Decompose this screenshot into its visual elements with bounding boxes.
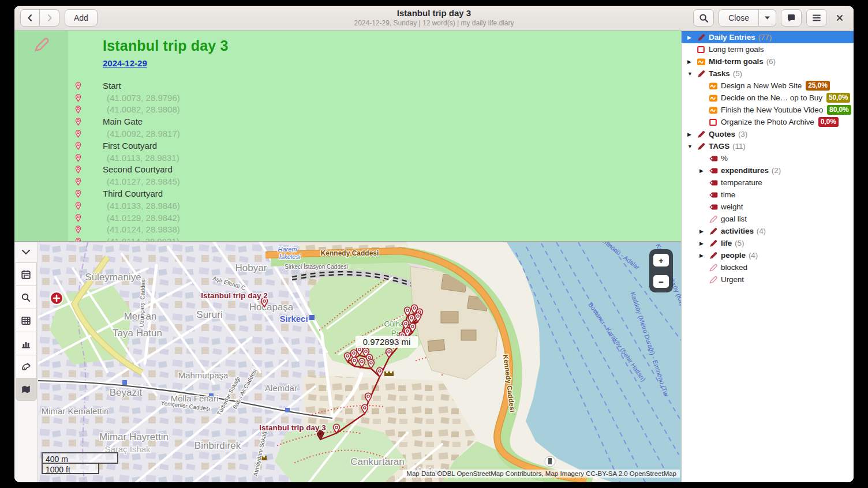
tree-item-label: activities [721, 227, 754, 235]
place-label-sirkeci: Sirkeci [279, 314, 308, 324]
wave-icon [709, 106, 718, 115]
hamburger-icon [812, 14, 821, 22]
expander-icon[interactable]: ▼ [687, 71, 697, 77]
map-pin-icon [74, 165, 83, 174]
tree-item-percent-tag[interactable]: % [682, 152, 854, 164]
tree-item-blocked[interactable]: blocked [682, 261, 854, 273]
forward-button[interactable] [40, 9, 59, 27]
street-label: Sirkeci İstasyon Caddesi [285, 263, 348, 270]
chart-view-button[interactable] [16, 332, 37, 355]
entry-location-row: (41.0113, 28.9831) [74, 152, 681, 164]
tree-item-label: time [721, 190, 735, 199]
entry-editor[interactable]: Istanbul trip day 3 2024-12-29 Start (41… [14, 31, 681, 241]
progress-badge: 50,0% [826, 93, 851, 103]
zoom-in-button[interactable]: + [653, 254, 669, 266]
map-scale: 400 m 1000 ft [42, 452, 118, 474]
tree-item-weight[interactable]: weight [682, 201, 854, 213]
tree-item-finish-video[interactable]: Finish the New Youtube Video 80,0% [682, 104, 854, 116]
place-label: Beyazıt [110, 387, 143, 398]
entry-location-row: Second Courtyard [74, 164, 681, 176]
location-text: (41.0129, 28.9842) [107, 213, 180, 223]
back-icon [25, 13, 35, 22]
tree-item-label: life [721, 239, 732, 247]
pencil-outline-icon [709, 275, 718, 284]
search-view-button[interactable] [16, 286, 37, 309]
tree-item-long-term-goals[interactable]: Long term goals [682, 43, 854, 55]
search-button[interactable] [693, 9, 714, 27]
location-text: (41.0073, 28.9796) [107, 93, 180, 103]
collapse-panel-button[interactable] [17, 245, 35, 259]
tree-item-people[interactable]: ▶ people (4) [682, 249, 854, 261]
close-entry-button[interactable]: Close [719, 9, 759, 27]
tree-item-label: people [721, 251, 746, 260]
tree-item-daily-entries[interactable]: ▶ Daily Entries (77) [682, 31, 854, 43]
add-button[interactable]: Add [65, 9, 98, 27]
square-icon [697, 45, 706, 54]
tree-item-label: Tasks [709, 69, 730, 78]
expander-icon[interactable]: ▶ [699, 168, 709, 174]
theme-view-button[interactable] [16, 355, 37, 378]
pencil-icon [697, 69, 706, 78]
back-button[interactable] [20, 9, 40, 27]
menu-button[interactable] [806, 9, 827, 27]
tree-item-expenditures[interactable]: ▶ expenditures (2) [682, 164, 854, 177]
tree-item-urgent[interactable]: Urgent [682, 273, 854, 286]
zoom-out-button[interactable]: − [653, 275, 669, 288]
tree-item-count: (6) [766, 57, 776, 66]
expander-icon[interactable]: ▶ [687, 59, 697, 65]
pencil-outline-icon [709, 263, 718, 272]
tree-item-mid-term-goals[interactable]: ▶ Mid-term goals (6) [682, 55, 854, 67]
editor-body[interactable]: Istanbul trip day 3 2024-12-29 Start (41… [68, 31, 681, 241]
entry-date-link[interactable]: 2024-12-29 [103, 58, 147, 68]
pencil-icon [709, 251, 718, 260]
bookmark-icon [787, 13, 796, 22]
tree-item-label: blocked [721, 263, 747, 272]
window-close-button[interactable] [832, 9, 848, 27]
tree-item-tasks[interactable]: ▼ Tasks (5) [682, 67, 854, 80]
tree-item-temperature[interactable]: temperature [682, 177, 854, 189]
route-label-day3: Istanbul trip day 3 [259, 423, 326, 432]
place-label: Harem [278, 246, 297, 253]
place-label: Alemdar [265, 383, 297, 393]
route-label-day2: Istanbul trip day 2 [201, 291, 268, 300]
bookmark-button[interactable] [781, 9, 802, 27]
progress-badge: 80,0% [827, 105, 851, 115]
nav-button-group [20, 9, 59, 27]
tree-item-count: (3) [738, 130, 747, 138]
map-pin-icon [74, 153, 83, 162]
place-label: Hocapaşa [249, 302, 294, 313]
entries-tree-sidebar: ▶ Daily Entries (77) Long term goals ▶ M… [681, 31, 854, 482]
expander-icon[interactable]: ▶ [687, 35, 697, 40]
tree-item-decide-laptop[interactable]: Decide on the Ne… op to Buy 50,0% [682, 92, 854, 104]
table-view-button[interactable] [16, 309, 37, 332]
expander-icon[interactable]: ▶ [699, 241, 709, 246]
tree-item-count: (5) [733, 69, 742, 78]
tree-item-label: goal list [721, 215, 747, 223]
expander-icon[interactable]: ▶ [699, 228, 709, 234]
tag-icon [709, 154, 718, 163]
map-view-button[interactable] [16, 378, 37, 401]
tree-item-time[interactable]: time [682, 189, 854, 201]
map-canvas[interactable]: Bostancı - Karaköy (Şehir Hatları) Kadık… [38, 242, 681, 482]
expander-icon[interactable]: ▼ [687, 144, 697, 149]
expander-icon[interactable]: ▶ [687, 132, 697, 137]
location-text: (41.0133, 28.9846) [107, 201, 180, 211]
entry-title: Istanbul trip day 3 [103, 37, 681, 54]
tree-item-organize-photos[interactable]: Organize the Photo Archive 0,0% [682, 116, 854, 128]
calendar-view-button[interactable] [16, 262, 37, 286]
expander-icon[interactable]: ▶ [699, 253, 709, 258]
wave-icon [709, 81, 718, 91]
tree-item-tags[interactable]: ▼ TAGS (11) [682, 140, 854, 152]
entry-location-row: (41.0114, 28.9831) [74, 235, 681, 241]
window-title: Istanbul trip day 3 [354, 7, 514, 19]
tree-item-activities[interactable]: ▶ activities (4) [682, 225, 854, 237]
place-label: Mahmutpaşa [178, 370, 229, 380]
map-pin-icon [74, 93, 83, 102]
close-dropdown-button[interactable] [759, 9, 776, 27]
tree-item-goal-list[interactable]: goal list [682, 213, 854, 225]
tree-item-life[interactable]: ▶ life (5) [682, 237, 854, 249]
entry-location-row: First Coutyard [74, 140, 681, 152]
tree-item-quotes[interactable]: ▶ Quotes (3) [682, 128, 854, 140]
tree-item-design-web-site[interactable]: Design a New Web Site 25,0% [682, 80, 854, 92]
tree-item-label: expenditures [721, 166, 769, 175]
